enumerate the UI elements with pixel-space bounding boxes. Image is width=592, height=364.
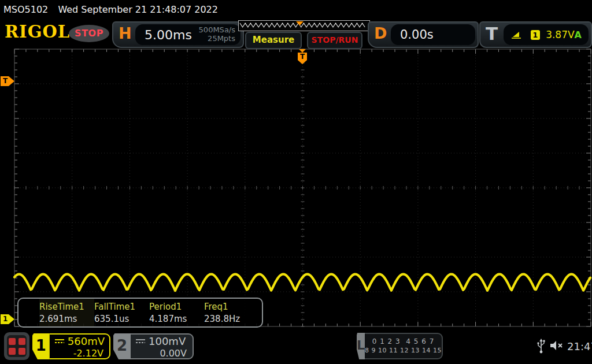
measurement-item[interactable]: Freq1 238.8Hz (204, 299, 259, 326)
measurement-item[interactable]: FallTime1 635.1us (94, 299, 149, 326)
delay-panel[interactable]: D 0.00s (368, 21, 479, 48)
datetime-text: Wed September 21 21:48:07 2022 (58, 4, 218, 15)
measurement-value: 2.691ms (39, 314, 94, 324)
channel1-trace (14, 274, 590, 291)
channel2-offset: 0.00V (135, 348, 188, 359)
waveform-preview-strip[interactable] (238, 20, 370, 31)
trigger-source-badge: 1 (531, 30, 541, 40)
measurement-item[interactable]: RiseTime1 2.691ms (39, 299, 94, 326)
acquisition-info: 500MSa/s 25Mpts (199, 26, 235, 43)
quick-menu-icon[interactable] (4, 332, 29, 360)
header-bar: RIGOL STOP H 5.00ms 500MSa/s 25Mpts Meas… (0, 18, 592, 47)
memory-depth: 25Mpts (199, 35, 235, 43)
stop-run-button[interactable]: STOP/RUN (307, 32, 362, 49)
horizontal-label: H (119, 24, 132, 42)
preview-zigzag (239, 21, 368, 29)
measurement-value: 635.1us (94, 314, 149, 324)
measurement-label: FallTime1 (94, 302, 149, 312)
rigol-logo: RIGOL (5, 22, 70, 42)
trigger-slope-icon (510, 29, 522, 40)
trigger-position-marker[interactable]: T (297, 49, 308, 65)
logic-label: L (357, 333, 365, 359)
logic-row-8-15: 8 9 10 11 12 13 14 15 (365, 346, 442, 355)
usb-icon (536, 338, 546, 354)
channel1-number: 1 (32, 333, 50, 359)
horizontal-panel[interactable]: H 5.00ms 500MSa/s 25Mpts (112, 21, 244, 48)
measurement-label: Period1 (149, 302, 204, 312)
trigger-label: T (486, 23, 498, 44)
channel2-scale: 100mV (149, 335, 186, 347)
speaker-muted-icon[interactable] (549, 340, 564, 351)
run-state-badge[interactable]: STOP (69, 25, 109, 42)
trigger-level-value: 3.87V (546, 29, 574, 40)
channel2-number: 2 (113, 333, 131, 359)
measurement-value: 4.187ms (149, 314, 204, 324)
timebase-value: 5.00ms (145, 28, 192, 42)
logic-row-0-7: 0 1 2 3 4 5 6 7 (365, 337, 442, 346)
titlebar: MSO5102 Wed September 21 21:48:07 2022 (0, 0, 592, 18)
measurement-value: 238.8Hz (204, 314, 259, 324)
model-name: MSO5102 (3, 4, 48, 15)
dc-coupling-icon (54, 338, 65, 345)
measurement-item[interactable]: Period1 4.187ms (149, 299, 204, 326)
oscilloscope-screen: { "theme": { "grid_dot": "#2e2e2e", "gri… (0, 0, 592, 364)
sample-rate: 500MSa/s (199, 26, 235, 35)
channel1-scale: 560mV (68, 335, 105, 347)
channel1-marker-label: 1 (3, 314, 8, 324)
trigger-position-label: T (300, 53, 305, 61)
measure-button[interactable]: Measure (245, 32, 302, 49)
trigger-panel[interactable]: T 1 3.87V A (479, 21, 592, 48)
measurement-panel[interactable]: RiseTime1 2.691ms FallTime1 635.1us Peri… (17, 298, 263, 328)
trigger-level-marker-label: T (3, 76, 8, 86)
trigger-mode: A (575, 29, 582, 40)
channel1-badge[interactable]: 1 560mV -2.12V (32, 333, 110, 359)
measurement-label: RiseTime1 (39, 302, 94, 312)
delay-value: 0.00s (400, 28, 434, 42)
measurement-label: Freq1 (204, 302, 259, 312)
logic-channels-badge[interactable]: L 0 1 2 3 4 5 6 7 8 9 10 11 12 13 14 15 (357, 333, 431, 359)
channel2-badge[interactable]: 2 100mV 0.00V (113, 333, 194, 359)
delay-label: D (374, 24, 387, 42)
bottom-bar: 1 560mV -2.12V 2 100mV 0.00V (0, 330, 592, 364)
channel1-offset: -2.12V (54, 348, 105, 359)
status-clock: 21:47 (567, 340, 592, 352)
dc-coupling-icon (135, 338, 146, 345)
